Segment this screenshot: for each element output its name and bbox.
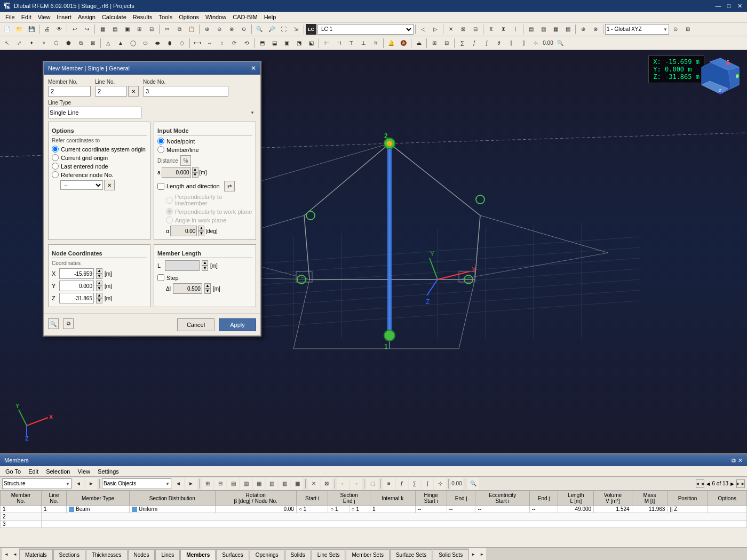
bt-icon-10[interactable]: ⊠	[321, 478, 332, 490]
tb-btn-9[interactable]: ✂	[161, 23, 173, 35]
radio-node-point[interactable]: Node/point	[157, 138, 252, 145]
tb-btn-4[interactable]: ▦	[97, 23, 108, 35]
dialog-copy-btn[interactable]: ⧉	[63, 318, 74, 329]
ref-node-clear-btn[interactable]: ✕	[104, 180, 115, 190]
tb-btn-32[interactable]: ⊕	[577, 23, 589, 35]
delta-up-btn[interactable]: ▲	[204, 283, 211, 289]
menu-cad-bim[interactable]: CAD-BIM	[229, 12, 260, 22]
tb-btn-5[interactable]: ▤	[109, 23, 121, 35]
tab-surface-sets[interactable]: Surface Sets	[390, 549, 432, 560]
line-no-clear-button[interactable]: ✕	[128, 86, 139, 97]
tb2-btn-17[interactable]: ⟳	[228, 37, 240, 49]
menu-file[interactable]: File	[2, 12, 18, 22]
bt-icon-9[interactable]: ✕	[308, 478, 320, 490]
step-checkbox[interactable]	[157, 274, 164, 281]
prev-obj-btn[interactable]: ◄	[73, 478, 84, 490]
bt-icon-19[interactable]: 0.00	[451, 478, 463, 490]
tb2-btn-5[interactable]: ⧉	[75, 37, 86, 49]
bottom-panel-close[interactable]: ✕	[738, 457, 743, 464]
tb2-btn-38[interactable]: ⟦	[505, 37, 517, 49]
bt-icon-1[interactable]: ⊞	[202, 478, 213, 490]
table-row[interactable]: 2	[1, 513, 747, 521]
menu-edit[interactable]: Edit	[18, 12, 35, 22]
tb-btn-26[interactable]: ⧗	[497, 23, 509, 35]
alpha-down-btn[interactable]: ▼	[198, 231, 204, 236]
tb2-btn-28[interactable]: ≋	[370, 37, 382, 49]
tb2-btn-14[interactable]: ⟷	[192, 37, 203, 49]
tb-btn-13[interactable]: ⊖	[213, 23, 225, 35]
tb2-btn-34[interactable]: ∑	[456, 37, 468, 49]
tb-btn-10[interactable]: ⧉	[173, 23, 185, 35]
tab-scroll-right2[interactable]: ►	[478, 548, 486, 560]
dialog-search-btn[interactable]: 🔍	[48, 318, 59, 329]
tb-btn-16[interactable]: 🔍	[253, 23, 265, 35]
l-up-btn[interactable]: ▲	[202, 260, 208, 266]
tab-scroll-left2[interactable]: ◄	[11, 548, 19, 560]
bt-icon-17[interactable]: ∫	[422, 478, 433, 490]
bt-icon-11[interactable]: ←	[337, 478, 349, 490]
tb2-btn-3[interactable]: ⬡	[50, 37, 62, 49]
tb2-btn-20[interactable]: ⬓	[268, 37, 280, 49]
tab-nodes[interactable]: Nodes	[128, 549, 155, 560]
tab-solids[interactable]: Solids	[285, 549, 311, 560]
ref-node-select[interactable]: --	[60, 180, 103, 190]
l-down-btn[interactable]: ▼	[202, 266, 208, 271]
tab-scroll-left[interactable]: ◄	[2, 548, 11, 560]
viewport[interactable]: 2 1 X Y Z	[0, 50, 747, 453]
tb2-btn-42[interactable]: 🔍	[554, 37, 566, 49]
radio-last-node[interactable]: Last entered node	[52, 163, 147, 170]
tb2-btn-35[interactable]: ƒ	[468, 37, 480, 49]
menu-tools[interactable]: Tools	[155, 12, 176, 22]
bt-icon-5[interactable]: ▦	[253, 478, 265, 490]
tb-btn-35[interactable]: ⊞	[682, 23, 694, 35]
tb-btn-27[interactable]: ⧘	[510, 23, 521, 35]
tab-solid-sets[interactable]: Solid Sets	[433, 549, 468, 560]
new-button[interactable]: 📄	[1, 23, 13, 35]
tb2-btn-32[interactable]: ⊞	[428, 37, 440, 49]
tb2-btn-6[interactable]: ⊠	[87, 37, 99, 49]
obj-prev-btn[interactable]: ◄	[172, 478, 184, 490]
node-no-input[interactable]	[143, 86, 228, 97]
tb2-btn-13[interactable]: ⬯	[176, 37, 188, 49]
bt-icon-15[interactable]: ƒ	[396, 478, 408, 490]
z-down-btn[interactable]: ▼	[96, 298, 102, 303]
tb2-btn-31[interactable]: ⛰	[413, 37, 425, 49]
tb2-btn-23[interactable]: ⬕	[305, 37, 317, 49]
dialog-close-button[interactable]: ✕	[251, 65, 256, 72]
tb2-btn-27[interactable]: ⊥	[357, 37, 369, 49]
objects-dropdown-wrapper[interactable]: Basic Objects	[102, 478, 171, 489]
bt-icon-3[interactable]: ▤	[227, 478, 239, 490]
line-no-input[interactable]	[95, 86, 127, 97]
obj-next-btn[interactable]: ►	[185, 478, 197, 490]
z-coord-input[interactable]	[59, 293, 94, 303]
radio-grid-origin[interactable]: Current grid origin	[52, 154, 147, 161]
select-all-btn[interactable]: ⤢	[13, 37, 25, 49]
bottom-menu-edit[interactable]: Edit	[25, 466, 42, 477]
tb2-btn-7[interactable]: △	[102, 37, 114, 49]
tb-btn-30[interactable]: ▦	[550, 23, 561, 35]
tb2-btn-11[interactable]: ⬬	[152, 37, 163, 49]
tb2-btn-30[interactable]: 🔕	[398, 37, 409, 49]
tb-btn-22[interactable]: ✕	[445, 23, 457, 35]
a-down-btn[interactable]: ▼	[192, 172, 198, 178]
page-first-btn[interactable]: ◄◄	[696, 479, 704, 488]
tb-btn-33[interactable]: ⊗	[590, 23, 601, 35]
close-button[interactable]: ✕	[735, 2, 744, 10]
tb2-btn-10[interactable]: ⬭	[139, 37, 151, 49]
tb-btn-23[interactable]: ⊠	[457, 23, 469, 35]
x-down-btn[interactable]: ▼	[96, 274, 102, 279]
bt-icon-20[interactable]: 🔍	[467, 478, 479, 490]
tab-openings[interactable]: Openings	[250, 549, 284, 560]
bt-icon-12[interactable]: →	[350, 478, 362, 490]
length-direction-checkbox-label[interactable]: Length and direction ⇄	[157, 181, 252, 191]
bt-icon-16[interactable]: ∑	[409, 478, 420, 490]
redo-button[interactable]: ↪	[81, 23, 93, 35]
tb2-btn-39[interactable]: ⟧	[518, 37, 529, 49]
menu-view[interactable]: View	[35, 12, 54, 22]
nav-cube[interactable]: Y X Z	[699, 55, 742, 98]
a-up-btn[interactable]: ▲	[192, 167, 198, 172]
tab-lines[interactable]: Lines	[155, 549, 180, 560]
tb-btn-21[interactable]: ▷	[430, 23, 441, 35]
tb-btn-8[interactable]: ⊟	[146, 23, 157, 35]
tb2-btn-19[interactable]: ⬒	[256, 37, 268, 49]
